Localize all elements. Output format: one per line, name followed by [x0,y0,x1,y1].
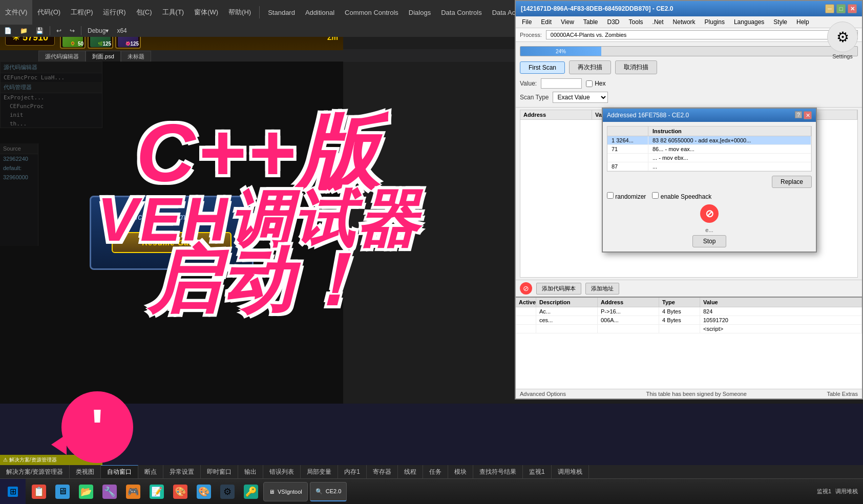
tab-callstack[interactable]: 调用堆栈 [552,465,589,478]
taskbar-icon-6[interactable]: 📝 [146,480,167,503]
taskbar-icon-1[interactable]: 📋 [29,480,49,503]
ce-menu-help[interactable]: Help [792,17,813,27]
tab-output[interactable]: 输出 [238,465,263,478]
ce-menu-edit[interactable]: Edit [537,17,556,27]
tab-tasks[interactable]: 任务 [423,465,448,478]
tb-debug-mode[interactable]: Debug ▾ [83,25,113,37]
tab-untitled[interactable]: 未标题 [121,51,151,62]
menu-common-controls[interactable]: Common Controls [340,0,404,25]
tb-save[interactable]: 💾 [32,25,48,37]
taskbar-icon-5[interactable]: 🎮 [123,480,143,503]
next-scan-button[interactable]: 再次扫描 [569,60,611,74]
hex-checkbox[interactable] [586,80,593,87]
instr-row-3[interactable]: ... - mov ebx... [607,154,811,162]
instr-col-label: Instruction [648,127,811,136]
tab-exceptions[interactable]: 异常设置 [163,465,201,478]
resume-button[interactable]: Resume Game [112,232,231,253]
ce-menu-table[interactable]: Table [579,17,602,27]
ce-close-button[interactable]: ✕ [848,4,857,13]
taskbar-icon-9[interactable]: ⚙ [217,480,238,503]
menu-project[interactable]: 工程(P) [66,0,98,25]
taskbar-icon-7[interactable]: 🎨 [170,480,191,503]
menu-standard[interactable]: Standard [263,0,300,25]
tb-platform[interactable]: x64 [113,25,131,37]
taskbar-app-ce[interactable]: 🔍 CE2.0 [310,482,347,501]
tab-threads[interactable]: 线程 [398,465,423,478]
instr-row-1[interactable]: 1 3264... 83 82 60550000 - add eax,[edx+… [607,136,811,145]
table-row[interactable]: Ac... P->16... 4 Bytes 824 [516,307,862,316]
tb-undo[interactable]: ↩ [52,25,66,37]
start-button[interactable]: ⊞ [0,479,26,504]
menu-help[interactable]: 帮助(H) [223,0,256,25]
table-row[interactable]: ces... 006A... 4 Bytes 10591720 [516,316,862,325]
taskbar-icon-4[interactable]: 🔧 [99,480,120,503]
tab-error-list[interactable]: 错误列表 [263,465,301,478]
instr-row-2[interactable]: 71 86... - mov eax... [607,145,811,154]
menu-code[interactable]: 代码(O) [32,0,66,25]
table-row[interactable]: <script> [516,325,862,333]
instr-row-4[interactable]: 87 ... [607,162,811,171]
scan-type-label: Scan Type [520,94,549,101]
cancel-scan-button[interactable]: 取消扫描 [615,60,657,74]
ce-menu-d3d[interactable]: D3D [603,17,624,27]
pause-overlay: Click to resume game Resume Game [0,61,343,404]
taskbar-app-vssigntool[interactable]: 🖥 VSIgntool [263,482,308,501]
menu-dialogs[interactable]: Dialogs [404,0,436,25]
ce-menu-style[interactable]: Style [769,17,791,27]
ce-settings-area: ⚙ Settings [827,22,858,59]
ce-dialog-body: Instruction 1 3264... 83 82 60550000 - a… [603,122,816,251]
menu-tools[interactable]: 工具(T) [157,0,190,25]
scan-type-select[interactable]: Exact Value Bigger than... Smaller than.… [553,92,608,103]
dialog-question-btn[interactable]: ? [795,111,802,118]
chevron-icon: ▾ [106,27,109,34]
tab-memory[interactable]: 内存1 [338,465,367,478]
ce-menu-file[interactable]: File [518,17,536,27]
tab-locals[interactable]: 局部变量 [301,465,338,478]
tab-solution-explorer[interactable]: 解决方案/资源管理器 [0,465,70,478]
taskbar-icon-3[interactable]: 📂 [76,480,96,503]
menu-run[interactable]: 运行(R) [98,0,131,25]
tab-class-view[interactable]: 类视图 [70,465,101,478]
tab-psd[interactable]: 到面.psd [86,51,121,62]
taskbar-icon-8[interactable]: 🎨 [194,480,214,503]
menu-file[interactable]: 文件(V) [0,0,32,25]
ce-menu-net[interactable]: .Net [648,17,668,27]
ce-minimize-button[interactable]: ─ [825,4,834,13]
ce-statusbar: Advanced Options This table has been sig… [516,389,862,398]
taskbar-icon-10[interactable]: 🔑 [241,480,261,503]
ce-no-icon[interactable]: ⊘ [520,282,532,295]
value-input[interactable] [541,78,582,89]
speedhack-checkbox[interactable] [652,192,659,199]
ce-menu-network[interactable]: Network [669,17,700,27]
tb-redo[interactable]: ↪ [66,25,79,37]
settings-gear-icon[interactable]: ⚙ [827,22,858,52]
tb-new[interactable]: 📄 [0,25,16,37]
taskbar-icon-2[interactable]: 🖥 [52,480,73,503]
tab-registers[interactable]: 寄存器 [367,465,398,478]
randomizer-checkbox[interactable] [607,192,614,199]
tab-find-symbols[interactable]: 查找符号结果 [473,465,523,478]
menu-additional[interactable]: Additional [300,0,340,25]
first-scan-button[interactable]: First Scan [520,61,565,74]
ce-maximize-button[interactable]: □ [836,4,846,13]
ce-menu-plugins[interactable]: Plugins [701,17,729,27]
tab-source-editor[interactable]: 源代码编辑器 [38,51,86,62]
dialog-close-button[interactable]: ✕ [804,111,812,119]
tb-open[interactable]: 📁 [16,25,32,37]
tab-immediate[interactable]: 即时窗口 [201,465,238,478]
ce-menu-tools[interactable]: Tools [625,17,647,27]
replace-button[interactable]: Replace [772,176,812,188]
tab-modules[interactable]: 模块 [448,465,473,478]
ce-menu-languages[interactable]: Languages [730,17,768,27]
tab-watch[interactable]: 监视1 [523,465,552,478]
stop-button[interactable]: Stop [692,235,727,247]
menu-pkg[interactable]: 包(C) [131,0,157,25]
add-script-button[interactable]: 添加代码脚本 [536,283,581,295]
process-name[interactable]: 00000AC4-Plants vs. Zombies [546,30,858,39]
add-address-button[interactable]: 添加地址 [585,283,619,295]
tab-auto-window[interactable]: 自动窗口 [101,465,138,478]
tab-breakpoints[interactable]: 断点 [138,465,163,478]
menu-window[interactable]: 窗体(W) [189,0,223,25]
ce-menu-view[interactable]: View [557,17,578,27]
menu-data-controls[interactable]: Data Controls [436,0,487,25]
